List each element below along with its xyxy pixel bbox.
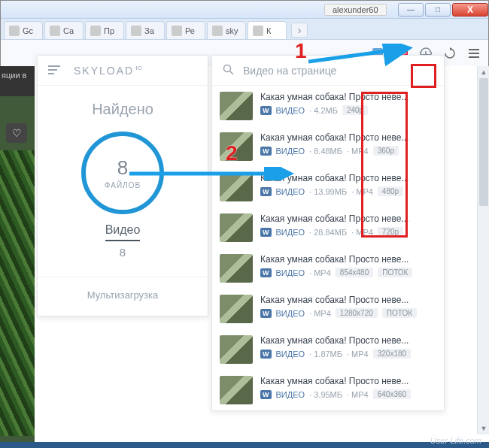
video-list-item[interactable]: Какая умная собака! Просто неве...WВИДЕО… [212,329,444,370]
video-title: Какая умная собака! Просто неве... [260,173,436,183]
video-list-item[interactable]: Какая умная собака! Просто неве...WВИДЕО… [212,126,444,167]
video-format: · MP4 [351,228,373,237]
video-list-title: Видео на странице [243,65,336,77]
found-count: 8 [117,156,128,180]
browser-tab[interactable]: За [126,21,165,39]
user-badge[interactable]: alexunder60 [324,4,387,16]
video-thumbnail [220,132,253,161]
video-quality-chip[interactable]: ПОТОК [378,268,412,277]
video-source-link[interactable]: ВИДЕО [276,350,305,359]
vk-icon: W [260,228,272,237]
browser-tab[interactable]: Пр [85,21,124,39]
tab-favicon [50,26,60,36]
svg-point-9 [224,65,231,71]
search-icon[interactable] [223,64,234,77]
tab-label: Пр [104,26,114,35]
video-list-panel: Видео на странице Какая умная собака! Пр… [211,55,445,411]
browser-tab[interactable]: Ре [166,21,205,39]
tab-favicon [9,26,20,36]
svg-rect-4 [469,53,479,54]
video-format: · MP4 [309,268,331,277]
video-thumbnail [220,335,253,364]
video-list-item[interactable]: Какая умная собака! Просто неве...WВИДЕО… [212,248,444,289]
video-subline: WВИДЕО· 1.87МБ· MP4320x180 [260,349,436,359]
video-list-item[interactable]: Какая умная собака! Просто неве...WВИДЕО… [212,370,444,410]
video-meta: Какая умная собака! Просто неве...WВИДЕО… [260,173,436,201]
scroll-up-icon[interactable]: ▲ [478,66,489,78]
vk-icon: W [260,350,272,359]
video-source-link[interactable]: ВИДЕО [276,390,305,399]
video-size: · 1.87МБ [309,350,342,359]
browser-tab[interactable]: Са [44,21,84,39]
video-size: · 13.99МБ [309,187,347,196]
browser-tab[interactable]: К [248,21,287,39]
video-subline: WВИДЕО· MP41280x720ПОТОК [260,308,436,318]
menu-icon[interactable] [48,64,60,77]
video-list-item[interactable]: Какая умная собака! Просто неве...WВИДЕО… [212,167,444,207]
video-source-link[interactable]: ВИДЕО [276,106,305,115]
video-subline: WВИДЕО· 28.84МБ· MP4720p [260,227,436,237]
tab-label: sky [226,26,238,35]
window-minimize-button[interactable]: — [398,3,424,17]
video-list-item[interactable]: Какая умная собака! Просто неве...WВИДЕО… [212,289,444,329]
video-quality-chip[interactable]: 240p [342,105,368,115]
video-quality-chip[interactable]: 1280x720 [336,308,378,318]
video-quality-chip[interactable]: 720p [378,227,403,237]
vk-icon: W [260,268,272,277]
video-thumbnail [220,213,253,242]
video-thumbnail [220,173,253,201]
video-source-link[interactable]: ВИДЕО [276,228,305,237]
tab-favicon [90,26,101,36]
tab-favicon [172,26,182,36]
skyload-brand: SKYLOAD·IO [74,65,142,77]
video-thumbnail [220,254,253,283]
tab-favicon [131,26,141,36]
browser-tab[interactable]: sky [207,21,246,39]
watermark: User-Life.com [430,436,481,445]
menu-icon[interactable] [464,44,484,63]
video-title: Какая умная собака! Просто неве... [260,335,436,346]
video-subline: WВИДЕО· 13.99МБ· MP4480p [260,186,436,196]
video-source-link[interactable]: ВИДЕО [276,187,305,196]
video-thumbnail [220,295,253,323]
video-quality-chip[interactable]: 480p [378,186,403,196]
video-source-link[interactable]: ВИДЕО [276,268,305,277]
video-meta: Какая умная собака! Просто неве...WВИДЕО… [260,132,436,161]
video-quality-chip[interactable]: 854x480 [336,268,373,277]
video-summary-count: 8 [38,246,208,259]
video-list-item[interactable]: Какая умная собака! Просто неве...WВИДЕО… [212,207,444,248]
vk-icon: W [260,309,272,318]
video-title: Какая умная собака! Просто неве... [260,213,436,224]
video-quality-chip[interactable]: 640x360 [373,389,411,399]
multi-download-button[interactable]: Мультизагрузка [38,277,208,313]
tab-favicon [253,26,263,36]
vk-icon: W [260,187,272,196]
video-meta: Какая умная собака! Просто неве...WВИДЕО… [260,295,436,323]
skyload-popup-header: SKYLOAD·IO [38,56,208,86]
video-quality-chip[interactable]: 360p [373,146,399,156]
video-size: · 8.48МБ [309,147,342,156]
scroll-thumb[interactable] [479,78,488,206]
video-subline: WВИДЕО· 8.48МБ· MP4360p [260,146,436,156]
browser-tab[interactable]: Gc [4,21,43,39]
window-maximize-button[interactable]: □ [425,3,451,17]
video-title: Какая умная собака! Просто неве... [260,132,436,143]
svg-rect-6 [48,65,60,67]
video-subline: WВИДЕО· MP4854x480ПОТОК [260,268,436,277]
video-summary[interactable]: Видео 8 [38,223,208,259]
svg-rect-8 [48,73,54,74]
video-format: · MP4 [347,147,369,156]
video-source-link[interactable]: ВИДЕО [276,309,305,318]
svg-line-10 [230,71,234,74]
new-tab-button[interactable]: › [291,23,308,38]
scroll-down-icon[interactable]: ▼ [478,422,489,434]
vk-icon: W [260,106,272,115]
page-scrollbar[interactable]: ▲ ▼ [477,66,489,434]
svg-rect-7 [48,69,57,71]
video-list-item[interactable]: Какая умная собака! Просто неве...WВИДЕО… [212,86,444,126]
video-source-link[interactable]: ВИДЕО [276,147,305,156]
video-quality-chip[interactable]: ПОТОК [382,308,417,318]
window-close-button[interactable]: X [452,3,488,17]
video-quality-chip[interactable]: 320x180 [373,349,411,359]
video-thumbnail [220,92,253,120]
